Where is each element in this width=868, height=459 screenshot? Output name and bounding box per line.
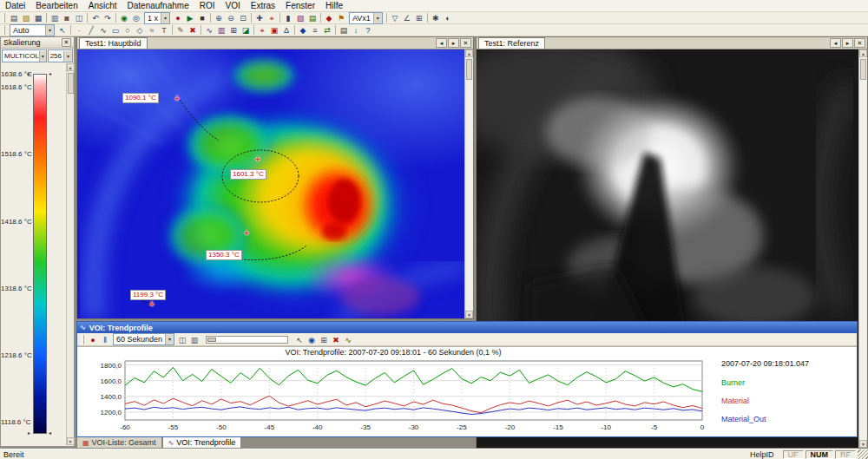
slider-thumb[interactable] (207, 338, 216, 342)
ruler-icon[interactable]: ∠ (401, 12, 413, 23)
profile-tool-icon[interactable]: ∿ (203, 24, 215, 36)
menu-ansicht[interactable]: Ansicht (83, 0, 122, 12)
separator[interactable] (210, 13, 211, 23)
close-icon[interactable]: ✕ (62, 38, 71, 47)
measure-point-marker[interactable]: + (244, 229, 249, 238)
pan-icon[interactable]: ✚ (253, 12, 266, 23)
zoom-out-icon[interactable]: ⊖ (225, 12, 237, 23)
print-icon[interactable]: ▥ (49, 12, 61, 23)
table-tool-icon[interactable]: ⊞ (227, 24, 240, 36)
export-trend-icon[interactable]: ∿ (342, 334, 354, 345)
link-icon[interactable]: ⇄ (321, 24, 333, 36)
separator[interactable] (70, 25, 71, 35)
scroll-up-icon[interactable]: ▲ (859, 49, 867, 57)
scrollbar-thumb[interactable] (860, 59, 866, 80)
auto-scale-combo[interactable]: Auto ▾ (10, 24, 55, 36)
thermal-image[interactable]: 1090.1 °C+1601.3 °C+1350.3 °C+1199.3 °C+ (77, 49, 464, 318)
next-icon[interactable]: ▸ (448, 38, 459, 48)
new-icon[interactable]: ▤ (8, 12, 20, 23)
separator[interactable] (294, 25, 295, 35)
scale-limit-marker[interactable]: ▸ (28, 71, 30, 76)
delete-trend-icon[interactable]: ✖ (330, 334, 342, 345)
open-icon[interactable]: ▧ (20, 12, 32, 23)
scroll-down-icon[interactable]: ▼ (67, 437, 75, 445)
separator[interactable] (172, 25, 173, 35)
zoom-fit-icon[interactable]: ⊡ (237, 12, 249, 23)
chevron-down-icon[interactable]: ▾ (373, 13, 382, 23)
interval-combo[interactable]: 60 Sekunden ▾ (113, 333, 174, 345)
redo-icon[interactable]: ↷ (102, 12, 114, 23)
average-combo[interactable]: AVx1 ▾ (349, 12, 383, 24)
data-table-icon[interactable]: ⊞ (318, 334, 330, 345)
separator[interactable] (279, 13, 280, 23)
stop-icon[interactable]: ■ (196, 12, 208, 23)
menu-datenaufnahme[interactable]: Datenaufnahme (122, 0, 194, 12)
measure-point-marker[interactable]: + (149, 300, 155, 309)
close-icon[interactable]: ✕ (854, 38, 865, 48)
histogram-icon[interactable]: ▮ (282, 12, 294, 23)
menu-extras[interactable]: Extras (246, 0, 280, 12)
record-trend-icon[interactable]: ● (87, 334, 99, 345)
info-icon[interactable]: ◐ (442, 12, 454, 23)
freeze-icon[interactable]: ◎ (130, 12, 142, 23)
roi-freehand-icon[interactable]: ≈ (146, 24, 158, 36)
spot-temp-icon[interactable]: ⌖ (256, 24, 268, 36)
flag-icon[interactable]: ⚑ (335, 12, 347, 23)
panel-scrollbar[interactable]: ▲ ▼ (66, 63, 74, 445)
palette-combo[interactable]: MULTICOLOF ▾ (2, 49, 47, 62)
view-options-icon[interactable]: ◉ (306, 334, 318, 345)
scrollbar-thumb[interactable] (466, 59, 472, 80)
menu-hilfe[interactable]: Hilfe (320, 0, 348, 12)
temperature-label[interactable]: 1601.3 °C (230, 169, 266, 180)
filter-icon[interactable]: ▽ (389, 12, 401, 23)
print-chart-icon[interactable]: ▥ (188, 334, 201, 345)
select-cursor-icon[interactable]: ↖ (56, 24, 69, 36)
scroll-down-icon[interactable]: ▼ (859, 440, 867, 448)
palette-icon[interactable]: ▨ (294, 12, 306, 23)
separator[interactable] (427, 13, 428, 23)
menu-datei[interactable]: Datei (0, 0, 30, 12)
next-icon[interactable]: ▸ (842, 38, 853, 48)
scale-limit-marker[interactable]: ◂ (49, 430, 51, 436)
record-icon[interactable]: ● (172, 12, 184, 23)
cursor-mode-icon[interactable]: ↖ (293, 334, 306, 345)
tab-voi-liste[interactable]: ▦ VOI-Liste: Gesamt (76, 437, 162, 449)
scale-limit-marker[interactable]: ▸ (28, 430, 30, 436)
save-icon[interactable]: ▦ (32, 12, 44, 23)
vertical-scrollbar[interactable]: ▲ ▼ (858, 49, 867, 448)
toolbar-grip[interactable] (82, 335, 84, 344)
scroll-up-icon[interactable]: ▲ (67, 63, 75, 71)
menu-fenster[interactable]: Fenster (280, 0, 320, 12)
separator[interactable] (386, 13, 387, 23)
align-icon[interactable]: ≡ (309, 24, 321, 36)
scroll-down-icon[interactable]: ▼ (465, 311, 473, 318)
pause-trend-icon[interactable]: ‖ (99, 334, 111, 345)
settings-icon[interactable]: ✱ (430, 12, 442, 23)
color-scale-bar[interactable] (33, 74, 47, 434)
roi-text-icon[interactable]: T (158, 24, 170, 36)
help-icon[interactable]: ? (362, 24, 374, 36)
separator[interactable] (335, 25, 336, 35)
scrollbar-thumb[interactable] (68, 73, 74, 94)
measure-point-marker[interactable]: + (255, 155, 260, 164)
separator[interactable] (251, 13, 252, 23)
live-image-icon[interactable]: ◉ (118, 12, 130, 23)
levels-combo[interactable]: 256 ▾ (48, 49, 73, 62)
grid-icon[interactable]: ⊞ (413, 12, 425, 23)
scale-limit-marker[interactable]: ◂ (49, 71, 51, 76)
chevron-down-icon[interactable]: ▾ (161, 13, 169, 23)
zoom-in-icon[interactable]: ⊕ (213, 12, 225, 23)
temperature-label[interactable]: 1090.1 °C (122, 93, 159, 103)
zoom-combo[interactable]: 1 x ▾ (144, 12, 170, 24)
ref-window-tab[interactable]: Test1: Referenz (478, 37, 545, 49)
separator[interactable] (320, 13, 321, 23)
resize-grip[interactable] (858, 449, 868, 459)
separator[interactable] (46, 13, 47, 23)
roi-point-icon[interactable]: ∙ (73, 24, 85, 36)
measure-point-marker[interactable]: + (174, 95, 180, 103)
menu-bearbeiten[interactable]: Bearbeiten (30, 0, 82, 12)
toolbar-grip[interactable] (3, 25, 5, 35)
roi-ellipse-icon[interactable]: ○ (122, 24, 134, 36)
separator[interactable] (87, 13, 88, 23)
report-icon[interactable]: ▤ (338, 24, 350, 36)
